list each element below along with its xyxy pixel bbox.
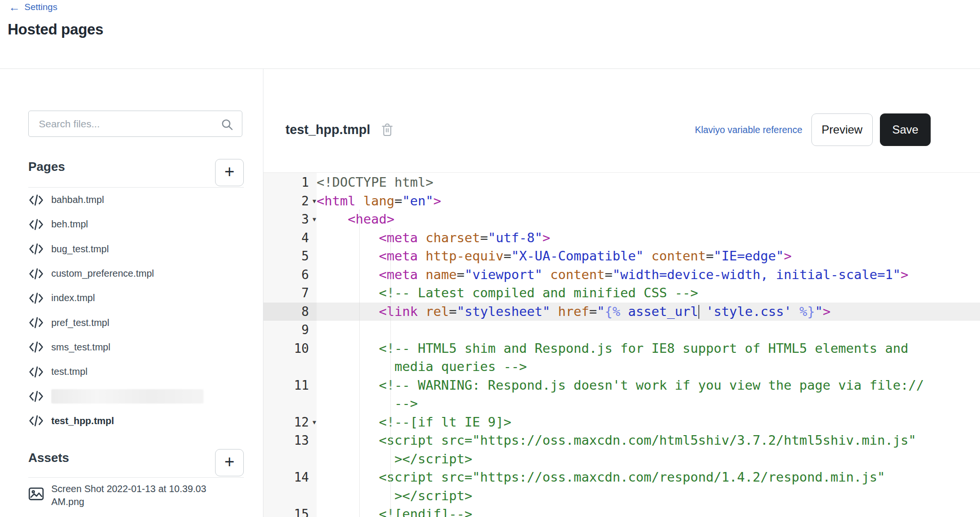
editor-actions: Klaviyo variable reference Preview Save: [695, 113, 931, 146]
file-list-item[interactable]: beh.tmpl: [28, 212, 244, 236]
code-line[interactable]: 3▾ <head>: [263, 210, 980, 229]
code-line[interactable]: 4▾ <meta charset="utf-8">: [263, 229, 980, 247]
code-file-icon: [28, 292, 44, 304]
code-line-content[interactable]: <script src="https://oss.maxcdn.com/resp…: [317, 468, 980, 487]
line-number-gutter: 4▾: [263, 229, 317, 247]
code-line-content[interactable]: ></script>: [317, 450, 980, 469]
code-line-content[interactable]: <![endif]-->: [317, 505, 980, 517]
code-line-content[interactable]: [317, 321, 980, 339]
file-list-item[interactable]: bahbah.tmpl: [28, 188, 244, 212]
add-asset-button[interactable]: +: [215, 449, 244, 476]
code-file-icon: [28, 218, 44, 231]
line-number: 3: [301, 212, 309, 226]
code-line-content[interactable]: <!-- HTML5 shim and Respond.js for IE8 s…: [317, 339, 980, 358]
code-line[interactable]: 2▾ <html lang="en">: [263, 192, 980, 211]
line-number: 1: [301, 175, 309, 190]
editor-header: test_hpp.tmpl Klaviyo variable reference…: [285, 113, 931, 146]
file-list-item[interactable]: test_hpp.tmpl: [28, 409, 244, 433]
code-line-content[interactable]: <meta charset="utf-8">: [317, 229, 980, 247]
line-number: 6: [301, 268, 309, 282]
file-list-item[interactable]: pref_test.tmpl: [28, 310, 244, 335]
redacted-file-name: [51, 389, 204, 404]
trash-icon: [381, 123, 394, 137]
code-line[interactable]: 12▾ <!--[if lt IE 9]>: [263, 413, 980, 432]
code-line[interactable]: 9▾: [263, 321, 980, 339]
back-link-label: Settings: [24, 2, 57, 12]
code-line-content[interactable]: <!--[if lt IE 9]>: [317, 413, 980, 432]
file-list-item[interactable]: test.tmpl: [28, 360, 244, 384]
file-name: test_hpp.tmpl: [51, 416, 114, 427]
code-file-icon: [28, 366, 44, 378]
code-line[interactable]: 11▾ <!-- WARNING: Respond.js doesn't wor…: [263, 376, 980, 395]
code-line[interactable]: 15▾ <![endif]-->: [263, 505, 980, 517]
variable-reference-link[interactable]: Klaviyo variable reference: [695, 124, 802, 135]
code-line[interactable]: 10▾ <!-- HTML5 shim and Respond.js for I…: [263, 339, 980, 358]
file-list-item[interactable]: bug_test.tmpl: [28, 237, 244, 261]
file-name: beh.tmpl: [51, 219, 88, 230]
line-number-gutter: 13▾: [263, 431, 317, 450]
fold-arrow-icon[interactable]: ▾: [312, 413, 316, 432]
code-line-content[interactable]: media queries -->: [317, 358, 980, 376]
assets-list: Screen Shot 2022-01-13 at 10.39.03 AM.pn…: [28, 479, 244, 508]
line-number-gutter: 14▾: [263, 468, 317, 487]
line-number-gutter: 2▾: [263, 192, 317, 211]
fold-arrow-icon[interactable]: ▾: [312, 210, 316, 229]
sidebar: Pages + bahbah.tmpl beh.tmpl bug_test.tm…: [0, 69, 263, 517]
file-name: custom_preference.tmpl: [51, 268, 154, 279]
code-editor[interactable]: 1▾ <!DOCTYPE html> 2▾ <html lang="en"> 3…: [263, 172, 980, 517]
code-file-icon: [28, 268, 44, 280]
file-list-item[interactable]: custom_preference.tmpl: [28, 261, 244, 286]
search-box: [28, 111, 242, 137]
line-number-gutter: 15▾: [263, 505, 317, 517]
image-file-icon: [28, 487, 44, 501]
line-number-gutter: ▾: [263, 394, 317, 413]
code-line-content[interactable]: <head>: [317, 210, 980, 229]
code-line[interactable]: 6▾ <meta name="viewport" content="width=…: [263, 266, 980, 284]
line-number-gutter: 3▾: [263, 210, 317, 229]
code-line-content[interactable]: <meta name="viewport" content="width=dev…: [317, 266, 980, 284]
code-file-icon: [28, 194, 44, 206]
code-line[interactable]: 1▾ <!DOCTYPE html>: [263, 173, 980, 192]
code-line-content[interactable]: <!-- Latest compiled and minified CSS --…: [317, 284, 980, 303]
line-number-gutter: ▾: [263, 450, 317, 469]
code-line-content[interactable]: -->: [317, 394, 980, 413]
file-list-item[interactable]: index.tmpl: [28, 286, 244, 310]
code-line-content[interactable]: <html lang="en">: [317, 192, 980, 211]
code-line-content[interactable]: <!-- WARNING: Respond.js doesn't work if…: [317, 376, 980, 395]
code-line-content[interactable]: <link rel="stylesheet" href="{% asset_ur…: [317, 303, 980, 321]
delete-file-button[interactable]: [381, 123, 394, 137]
code-line[interactable]: ▾ ></script>: [263, 450, 980, 469]
code-line[interactable]: ▾ ></script>: [263, 487, 980, 506]
code-line[interactable]: 7▾ <!-- Latest compiled and minified CSS…: [263, 284, 980, 303]
code-line-content[interactable]: ></script>: [317, 487, 980, 506]
code-line[interactable]: 13▾ <script src="https://oss.maxcdn.com/…: [263, 431, 980, 450]
code-line[interactable]: ▾ -->: [263, 394, 980, 413]
line-number-gutter: 6▾: [263, 266, 317, 284]
code-line-content[interactable]: <script src="https://oss.maxcdn.com/html…: [317, 431, 980, 450]
code-file-icon: [28, 316, 44, 329]
back-to-settings-link[interactable]: ← Settings: [9, 2, 57, 12]
code-line[interactable]: 5▾ <meta http-equiv="X-UA-Compatible" co…: [263, 247, 980, 266]
preview-button[interactable]: Preview: [811, 113, 873, 146]
file-name: bahbah.tmpl: [51, 194, 104, 205]
code-line-content[interactable]: <meta http-equiv="X-UA-Compatible" conte…: [317, 247, 980, 266]
search-input[interactable]: [38, 111, 217, 136]
code-line[interactable]: 14▾ <script src="https://oss.maxcdn.com/…: [263, 468, 980, 487]
asset-list-item[interactable]: Screen Shot 2022-01-13 at 10.39.03 AM.pn…: [28, 479, 244, 508]
add-page-button[interactable]: +: [215, 159, 244, 186]
line-number-gutter: 7▾: [263, 284, 317, 303]
file-list-item[interactable]: sms_test.tmpl: [28, 335, 244, 360]
line-number: 11: [294, 378, 309, 393]
line-number: 8: [301, 304, 309, 319]
asset-name: Screen Shot 2022-01-13 at 10.39.03 AM.pn…: [51, 483, 220, 508]
code-line[interactable]: 8▾ <link rel="stylesheet" href="{% asset…: [263, 303, 980, 321]
assets-section-title: Assets: [28, 450, 69, 465]
file-list-item[interactable]: [28, 384, 244, 408]
fold-arrow-icon[interactable]: ▾: [312, 192, 316, 211]
code-line-content[interactable]: <!DOCTYPE html>: [317, 173, 980, 192]
line-number-gutter: ▾: [263, 358, 317, 376]
line-number: 15: [294, 507, 309, 517]
code-line[interactable]: ▾ media queries -->: [263, 358, 980, 376]
save-button[interactable]: Save: [880, 113, 931, 146]
line-number: 9: [301, 323, 309, 337]
